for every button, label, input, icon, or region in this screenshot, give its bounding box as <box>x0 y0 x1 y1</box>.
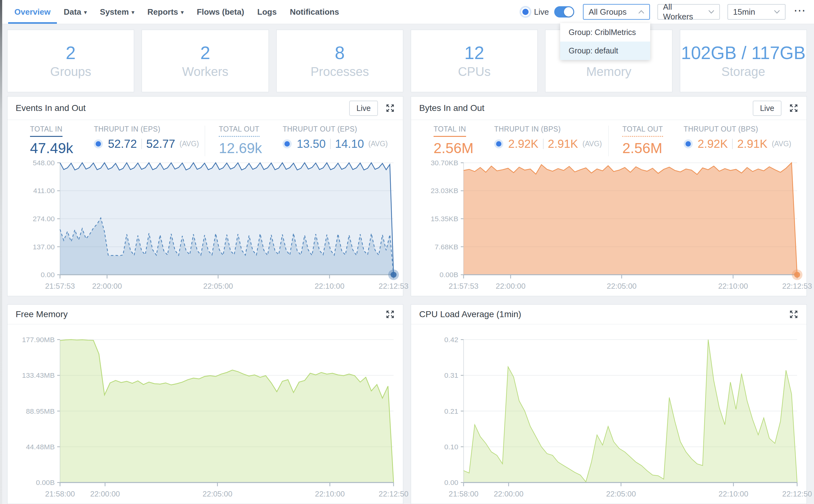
events-legend-stats: TOTAL IN 47.49k THRUPUT IN (EPS) 52.72 5… <box>7 120 403 158</box>
thruput-out-label: THRUPUT OUT (EPS) <box>282 125 387 133</box>
y-axis-label: 0.10 <box>444 443 458 451</box>
nav-items: OverviewData▾System▾Reports▾Flows (beta)… <box>14 0 339 24</box>
live-button[interactable]: Live <box>349 101 378 116</box>
end-marker <box>794 272 800 278</box>
y-axis-label: 0.00B <box>36 478 55 487</box>
chevron-up-icon <box>638 10 644 14</box>
x-axis-label: 22:12:50 <box>782 490 812 498</box>
bytes-legend-stats: TOTAL IN 2.56M THRUPUT IN (BPS) 2.92K 2.… <box>411 120 807 158</box>
thruput-out-label: THRUPUT OUT (BPS) <box>684 125 792 133</box>
events-chart[interactable]: 548.00411.00274.00137.000.0021:57:5322:0… <box>7 158 403 296</box>
chevron-down-icon <box>708 10 714 14</box>
total-out-label: TOTAL OUT <box>219 125 259 137</box>
stat-card-value: 2 <box>66 44 76 62</box>
expand-icon[interactable] <box>385 310 395 319</box>
y-axis-label: 7.68KB <box>435 243 458 251</box>
thruput-out-stat[interactable]: THRUPUT OUT (BPS) 2.92K 2.91K (AVG) <box>684 125 792 155</box>
free-memory-chart[interactable]: 177.90MB133.43MB88.95MB44.48MB0.00B21:58… <box>7 324 403 504</box>
thruput-out-avg: 14.10 <box>335 138 364 150</box>
bytes-chart[interactable]: 30.70KB23.03KB15.35KB7.68KB0.00B21:57:53… <box>411 158 807 296</box>
summary-stat-cards: 2Groups2Workers8Processes12CPUsMemory102… <box>7 30 807 92</box>
total-in-stat[interactable]: TOTAL IN 2.56M <box>434 125 474 155</box>
stat-card-value: 102GB / 117GB <box>681 44 806 62</box>
select-all-workers[interactable]: All Workers <box>657 4 720 20</box>
thruput-dot-icon <box>96 141 101 147</box>
avg-suffix: (AVG) <box>772 140 791 147</box>
x-axis-label: 22:12:53 <box>378 282 408 290</box>
dropdown-item-group-criblmetrics[interactable]: Group: CriblMetrics <box>560 23 650 42</box>
nav-item-flows-beta[interactable]: Flows (beta) <box>197 0 244 24</box>
memory-chart-svg[interactable]: 177.90MB133.43MB88.95MB44.48MB0.00B21:58… <box>7 324 403 504</box>
x-axis-label: 22:00:00 <box>92 282 122 290</box>
panel-title: Free Memory <box>16 309 378 319</box>
header-controls: Live All GroupsAll Workers15min ⋯ <box>519 0 808 24</box>
in-stats: TOTAL IN 2.56M THRUPUT IN (BPS) 2.92K 2.… <box>434 125 608 155</box>
chevron-down-icon <box>774 10 780 14</box>
avg-suffix: (AVG) <box>179 140 199 147</box>
thruput-out-current: 2.92K <box>698 138 728 150</box>
nav-item-reports[interactable]: Reports▾ <box>147 0 184 24</box>
thruput-out-stat[interactable]: THRUPUT OUT (EPS) 13.50 14.10 (AVG) <box>282 125 387 155</box>
avg-suffix: (AVG) <box>582 140 602 147</box>
total-in-stat[interactable]: TOTAL IN 47.49k <box>30 125 73 155</box>
stat-card-processes: 8Processes <box>276 30 403 92</box>
panel-header: Free Memory <box>7 305 403 324</box>
nav-item-label: Data <box>64 7 81 17</box>
select-all-groups[interactable]: All Groups <box>583 4 650 20</box>
nav-item-logs[interactable]: Logs <box>257 0 277 24</box>
thruput-in-stat[interactable]: THRUPUT IN (EPS) 52.72 52.77 (AVG) <box>94 125 199 155</box>
expand-icon[interactable] <box>789 310 798 319</box>
x-axis-label: 22:00:00 <box>494 490 523 498</box>
total-out-stat[interactable]: TOTAL OUT 12.69k <box>219 125 262 155</box>
x-axis-label: 21:57:53 <box>45 282 75 290</box>
thruput-out-avg: 2.91K <box>737 138 767 150</box>
nav-item-notifications[interactable]: Notifications <box>290 0 339 24</box>
stat-card-value: 12 <box>464 44 484 62</box>
select-15min[interactable]: 15min <box>727 4 786 20</box>
thruput-in-label: THRUPUT IN (EPS) <box>94 125 199 133</box>
y-axis-label: 23.03KB <box>431 187 458 195</box>
cpu-chart-svg[interactable]: 0.420.310.210.100.0021:58:0022:00:0022:0… <box>411 324 807 504</box>
stat-card-label: Memory <box>586 65 631 78</box>
events-chart-svg[interactable]: 548.00411.00274.00137.000.0021:57:5322:0… <box>7 158 403 296</box>
thruput-in-avg: 2.91K <box>548 138 578 150</box>
more-menu-icon[interactable]: ⋯ <box>793 4 808 19</box>
bytes-chart-svg[interactable]: 30.70KB23.03KB15.35KB7.68KB0.00B21:57:53… <box>411 158 807 296</box>
total-out-stat[interactable]: TOTAL OUT 2.56M <box>622 125 663 155</box>
out-stats: TOTAL OUT 2.56M THRUPUT OUT (BPS) 2.92K … <box>622 125 797 155</box>
panel-header: Bytes In and Out Live <box>411 97 807 120</box>
thruput-in-avg: 52.77 <box>146 138 175 150</box>
x-axis-label: 22:12:50 <box>378 490 408 498</box>
total-out-value: 12.69k <box>219 141 262 155</box>
expand-icon[interactable] <box>789 103 798 113</box>
series-fill <box>464 163 797 275</box>
x-axis-label: 21:58:00 <box>449 490 478 498</box>
total-in-value: 2.56M <box>434 141 474 155</box>
panel-header: CPU Load Average (1min) <box>411 305 807 324</box>
dropdown-item-group-default[interactable]: Group: default <box>560 42 650 60</box>
chart-panels: Events In and Out Live <box>7 96 807 504</box>
thruput-in-stat[interactable]: THRUPUT IN (BPS) 2.92K 2.91K (AVG) <box>494 125 602 155</box>
x-axis-label: 22:10:00 <box>314 282 344 290</box>
panel-bytes-in-out: Bytes In and Out Live <box>411 96 807 296</box>
panel-free-memory: Free Memory 177.90MB133.43MB88.95MB44.48… <box>7 304 403 504</box>
nav-item-overview[interactable]: Overview <box>14 0 51 24</box>
x-axis-label: 22:00:00 <box>90 490 120 498</box>
nav-item-system[interactable]: System▾ <box>100 0 134 24</box>
avg-suffix: (AVG) <box>368 140 387 147</box>
nav-item-data[interactable]: Data▾ <box>64 0 87 24</box>
live-dot-icon <box>522 9 529 15</box>
series-fill <box>60 340 393 482</box>
live-button[interactable]: Live <box>753 101 782 116</box>
cpu-load-chart[interactable]: 0.420.310.210.100.0021:58:0022:00:0022:0… <box>411 324 807 504</box>
nav-item-label: Reports <box>147 7 178 17</box>
thruput-in-current: 52.72 <box>108 138 137 150</box>
total-out-label: TOTAL OUT <box>622 125 663 137</box>
stat-card-groups: 2Groups <box>7 30 134 92</box>
stat-card-storage: 102GB / 117GBStorage <box>680 30 807 92</box>
stat-card-value: 8 <box>335 44 345 62</box>
filter-selects: All GroupsAll Workers15min <box>583 4 786 20</box>
live-toggle[interactable] <box>554 6 574 17</box>
in-stats: TOTAL IN 47.49k THRUPUT IN (EPS) 52.72 5… <box>30 125 205 155</box>
expand-icon[interactable] <box>385 103 395 113</box>
